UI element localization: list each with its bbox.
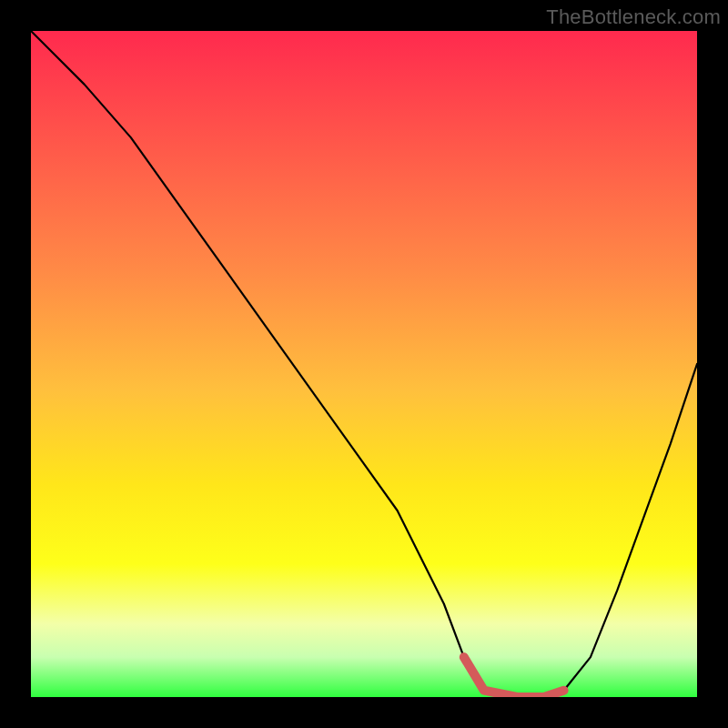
bottleneck-curve [31, 31, 697, 697]
curve-layer [31, 31, 697, 697]
chart-frame: TheBottleneck.com [0, 0, 728, 728]
watermark-text: TheBottleneck.com [546, 5, 721, 29]
highlight-segment [464, 657, 564, 697]
plot-area [31, 31, 697, 697]
